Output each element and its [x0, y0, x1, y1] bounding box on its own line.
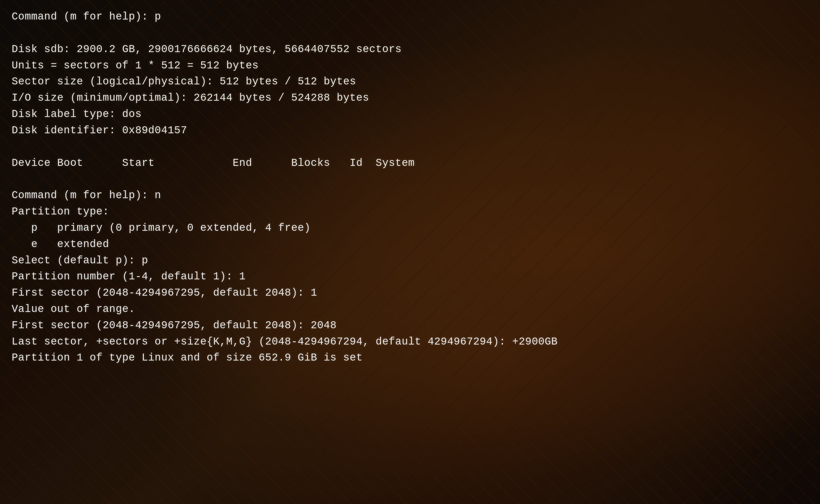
terminal-line-blank2: [12, 139, 808, 155]
terminal-line-partition-set: Partition 1 of type Linux and of size 65…: [12, 350, 808, 366]
terminal-line-disk-info: Disk sdb: 2900.2 GB, 2900176666624 bytes…: [12, 41, 808, 58]
terminal-line-io-size: I/O size (minimum/optimal): 262144 bytes…: [12, 90, 808, 106]
terminal-line-first-sector2: First sector (2048-4294967295, default 2…: [12, 317, 808, 334]
terminal-line-blank1: [12, 25, 808, 41]
terminal-line-blank3: [12, 171, 808, 187]
terminal-line-primary: p primary (0 primary, 0 extended, 4 free…: [12, 220, 808, 236]
terminal-line-out-of-range: Value out of range.: [12, 301, 808, 317]
terminal-line-select: Select (default p): p: [12, 253, 808, 269]
terminal-line-table-header: Device Boot Start End Blocks Id System: [12, 155, 808, 171]
terminal-line-cmd2: Command (m for help): n: [12, 187, 808, 204]
terminal-line-label-type: Disk label type: dos: [12, 106, 808, 123]
terminal-line-part-num: Partition number (1-4, default 1): 1: [12, 269, 808, 285]
terminal-line-cmd1: Command (m for help): p: [12, 9, 808, 25]
terminal-line-first-sector1: First sector (2048-4294967295, default 2…: [12, 285, 808, 301]
terminal-line-extended: e extended: [12, 236, 808, 253]
terminal-line-last-sector: Last sector, +sectors or +size{K,M,G} (2…: [12, 334, 808, 350]
terminal-line-identifier: Disk identifier: 0x89d04157: [12, 123, 808, 139]
terminal-line-units: Units = sectors of 1 * 512 = 512 bytes: [12, 58, 808, 74]
terminal-window: Command (m for help): p Disk sdb: 2900.2…: [0, 0, 820, 504]
terminal-line-sector-size: Sector size (logical/physical): 512 byte…: [12, 74, 808, 90]
terminal-line-part-type: Partition type:: [12, 204, 808, 220]
